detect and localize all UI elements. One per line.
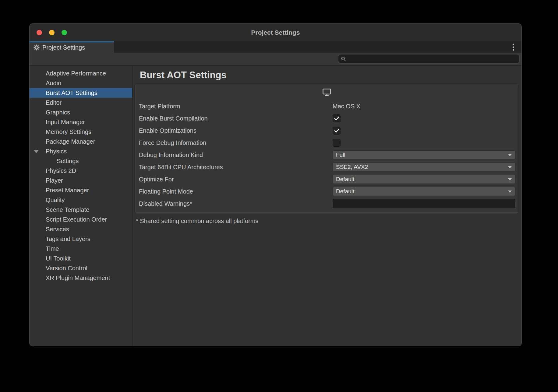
sidebar-item-label: UI Toolkit bbox=[46, 255, 71, 262]
setting-label: Target Platform bbox=[139, 103, 333, 110]
sidebar-item-label: Time bbox=[46, 245, 59, 252]
gear-icon bbox=[34, 44, 40, 51]
sidebar-item-label: Services bbox=[46, 226, 69, 233]
search-icon bbox=[341, 57, 346, 61]
sidebar-item-physics[interactable]: Physics bbox=[30, 146, 132, 156]
settings-row-target-64bit-cpu-architectures: Target 64Bit CPU ArchitecturesSSE2, AVX2 bbox=[139, 161, 515, 173]
sidebar-item-memory-settings[interactable]: Memory Settings bbox=[30, 127, 132, 137]
sidebar-item-label: Physics bbox=[46, 148, 67, 155]
checkbox-enable-optimizations[interactable] bbox=[333, 127, 341, 135]
sidebar-item-preset-manager[interactable]: Preset Manager bbox=[30, 185, 132, 195]
sidebar-item-label: Physics 2D bbox=[46, 167, 76, 174]
setting-label: Force Debug Information bbox=[139, 139, 333, 146]
tab-strip: Project Settings bbox=[30, 41, 521, 53]
setting-label: Target 64Bit CPU Architectures bbox=[139, 164, 333, 171]
sidebar-item-scene-template[interactable]: Scene Template bbox=[30, 205, 132, 215]
project-settings-window: Project Settings Project Settings bbox=[29, 23, 522, 346]
checkmark-icon bbox=[334, 129, 339, 133]
dropdown-debug-information-kind[interactable]: Full bbox=[333, 150, 515, 159]
sidebar-item-editor[interactable]: Editor bbox=[30, 98, 132, 107]
sidebar-item-script-execution-order[interactable]: Script Execution Order bbox=[30, 215, 132, 224]
checkbox-enable-burst-compilation[interactable] bbox=[333, 114, 341, 122]
setting-value: Default bbox=[333, 175, 515, 184]
checkbox-force-debug-information[interactable] bbox=[333, 139, 341, 147]
dropdown-target-64bit-cpu-architectures[interactable]: SSE2, AVX2 bbox=[333, 163, 515, 172]
setting-value: SSE2, AVX2 bbox=[333, 163, 515, 172]
sidebar-item-label: Package Manager bbox=[46, 138, 95, 145]
sidebar-item-audio[interactable]: Audio bbox=[30, 78, 132, 88]
sidebar-list: Adaptive PerformanceAudioBurst AOT Setti… bbox=[30, 66, 133, 346]
chevron-down-icon bbox=[508, 166, 512, 168]
sidebar-item-label: Adaptive Performance bbox=[46, 70, 106, 77]
setting-label: Disabled Warnings* bbox=[139, 200, 333, 207]
sidebar-item-version-control[interactable]: Version Control bbox=[30, 263, 132, 273]
search-input[interactable] bbox=[348, 55, 519, 62]
traffic-lights bbox=[37, 30, 67, 35]
sidebar-item-settings[interactable]: Settings bbox=[30, 156, 132, 166]
dropdown-selected-value: Default bbox=[336, 176, 354, 183]
settings-row-floating-point-mode: Floating Point ModeDefault bbox=[139, 185, 515, 198]
sidebar-item-label: Memory Settings bbox=[46, 128, 91, 135]
sidebar-item-xr-plugin-management[interactable]: XR Plugin Management bbox=[30, 273, 132, 283]
dropdown-selected-value: Default bbox=[336, 188, 354, 195]
sidebar-item-label: Player bbox=[46, 177, 63, 184]
setting-value bbox=[333, 114, 515, 122]
dropdown-selected-value: Full bbox=[336, 152, 345, 158]
setting-value bbox=[333, 139, 515, 147]
sidebar-item-adaptive-performance[interactable]: Adaptive Performance bbox=[30, 68, 132, 78]
sidebar-item-label: Editor bbox=[46, 99, 62, 106]
burst-settings-panel: Target PlatformMac OS XEnable Burst Comp… bbox=[136, 85, 518, 213]
setting-value bbox=[333, 199, 515, 208]
sidebar-item-time[interactable]: Time bbox=[30, 244, 132, 254]
settings-row-enable-optimizations: Enable Optimizations bbox=[139, 124, 515, 137]
tab-label: Project Settings bbox=[42, 44, 85, 51]
dropdown-selected-value: SSE2, AVX2 bbox=[336, 164, 368, 170]
settings-row-debug-information-kind: Debug Information KindFull bbox=[139, 149, 515, 161]
setting-label: Floating Point Mode bbox=[139, 188, 333, 195]
tab-project-settings[interactable]: Project Settings bbox=[30, 41, 114, 53]
settings-row-enable-burst-compilation: Enable Burst Compilation bbox=[139, 112, 515, 124]
sidebar-item-label: Tags and Layers bbox=[46, 236, 90, 242]
setting-label: Enable Burst Compilation bbox=[139, 115, 333, 122]
sidebar-item-label: Script Execution Order bbox=[46, 216, 107, 223]
chevron-down-icon bbox=[508, 178, 512, 180]
settings-row-force-debug-information: Force Debug Information bbox=[139, 137, 515, 149]
sidebar-item-label: Input Manager bbox=[46, 119, 85, 125]
settings-row-target-platform: Target PlatformMac OS X bbox=[139, 100, 515, 112]
sidebar-item-package-manager[interactable]: Package Manager bbox=[30, 137, 132, 146]
sidebar-item-label: Preset Manager bbox=[46, 187, 89, 194]
kebab-menu-icon[interactable] bbox=[511, 42, 515, 52]
page-title: Burst AOT Settings bbox=[140, 70, 227, 81]
close-button[interactable] bbox=[37, 30, 42, 35]
content: Adaptive PerformanceAudioBurst AOT Setti… bbox=[30, 66, 521, 346]
setting-label: Optimize For bbox=[139, 176, 333, 183]
titlebar[interactable]: Project Settings bbox=[30, 24, 521, 41]
minimize-button[interactable] bbox=[49, 30, 55, 35]
disclosure-triangle-icon[interactable] bbox=[34, 150, 39, 153]
sidebar-item-tags-and-layers[interactable]: Tags and Layers bbox=[30, 234, 132, 244]
sidebar-item-input-manager[interactable]: Input Manager bbox=[30, 117, 132, 127]
input-disabled-warnings[interactable] bbox=[333, 199, 515, 208]
search-field[interactable] bbox=[338, 54, 520, 64]
dropdown-optimize-for[interactable]: Default bbox=[333, 175, 515, 184]
sidebar-item-label: Graphics bbox=[46, 109, 70, 116]
sidebar-item-ui-toolkit[interactable]: UI Toolkit bbox=[30, 254, 132, 263]
sidebar-item-label: Scene Template bbox=[46, 206, 89, 213]
sidebar-item-graphics[interactable]: Graphics bbox=[30, 107, 132, 117]
monitor-icon[interactable] bbox=[323, 89, 331, 96]
sidebar-item-label: Version Control bbox=[46, 265, 87, 271]
platform-tab-bar bbox=[136, 85, 518, 100]
sidebar-item-player[interactable]: Player bbox=[30, 176, 132, 185]
zoom-button[interactable] bbox=[62, 30, 67, 35]
sidebar-item-label: Audio bbox=[46, 80, 61, 86]
settings-row-optimize-for: Optimize ForDefault bbox=[139, 173, 515, 185]
settings-row-disabled-warnings: Disabled Warnings* bbox=[139, 198, 515, 210]
sidebar-item-label: XR Plugin Management bbox=[46, 275, 110, 281]
sidebar-item-quality[interactable]: Quality bbox=[30, 195, 132, 205]
chevron-down-icon bbox=[508, 154, 512, 156]
sidebar-item-physics-2d[interactable]: Physics 2D bbox=[30, 166, 132, 176]
sidebar-item-burst-aot-settings[interactable]: Burst AOT Settings bbox=[30, 88, 132, 98]
sidebar-item-services[interactable]: Services bbox=[30, 224, 132, 234]
setting-value: Full bbox=[333, 150, 515, 159]
dropdown-floating-point-mode[interactable]: Default bbox=[333, 187, 515, 196]
